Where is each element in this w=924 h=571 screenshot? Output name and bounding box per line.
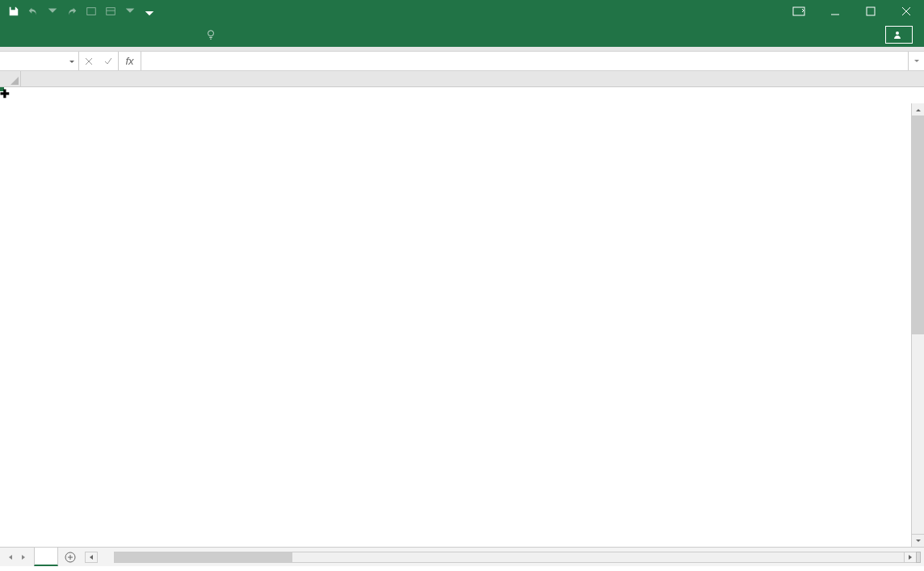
add-sheet-icon[interactable] <box>58 548 82 566</box>
tab-file[interactable] <box>6 23 26 47</box>
scroll-right-icon[interactable] <box>904 552 917 563</box>
quick-access-toolbar <box>0 2 158 20</box>
login-link[interactable] <box>864 23 884 47</box>
hscroll-track[interactable] <box>114 552 905 563</box>
fx-icon[interactable]: fx <box>119 52 141 70</box>
qa-icon-2[interactable] <box>102 2 120 20</box>
maximize-button[interactable] <box>853 0 888 23</box>
sheet-prev-icon[interactable] <box>5 554 16 561</box>
redo-icon[interactable] <box>63 2 81 20</box>
tell-me-search[interactable] <box>205 23 220 47</box>
formula-bar: fx <box>0 52 924 71</box>
svg-point-5 <box>896 31 899 35</box>
cancel-formula-icon[interactable] <box>79 57 99 66</box>
name-box-dropdown-icon[interactable] <box>69 54 75 69</box>
sheet-next-icon[interactable] <box>18 554 29 561</box>
vertical-scrollbar[interactable] <box>911 103 924 547</box>
tab-review[interactable] <box>123 23 142 47</box>
horizontal-scrollbar[interactable] <box>82 548 924 566</box>
sheet-tabs-bar <box>0 547 924 566</box>
tab-pagelayout[interactable] <box>65 23 84 47</box>
spreadsheet-grid[interactable]: ✚ <box>0 71 924 547</box>
tab-developer[interactable] <box>162 23 181 47</box>
qa-icon-1[interactable] <box>82 2 100 20</box>
column-headers <box>0 71 924 87</box>
ribbon-tabs <box>0 23 924 47</box>
vscroll-track[interactable] <box>912 116 924 534</box>
fill-handle[interactable] <box>0 87 4 91</box>
svg-rect-1 <box>107 8 116 15</box>
tab-formulas[interactable] <box>84 23 103 47</box>
scroll-down-icon[interactable] <box>912 534 924 547</box>
svg-point-4 <box>208 31 214 36</box>
sheet-tab-active[interactable] <box>34 548 58 566</box>
tab-home[interactable] <box>26 23 45 47</box>
qat-customize-icon[interactable] <box>141 2 158 20</box>
cell-cursor-icon: ✚ <box>0 87 10 100</box>
share-button[interactable] <box>885 26 913 44</box>
name-box[interactable] <box>0 52 79 70</box>
scroll-up-icon[interactable] <box>912 103 924 116</box>
close-button[interactable] <box>888 0 924 23</box>
ribbon-display-options-icon[interactable] <box>787 2 811 20</box>
tab-insert[interactable] <box>45 23 65 47</box>
save-icon[interactable] <box>5 2 23 20</box>
select-all-corner[interactable] <box>0 71 21 86</box>
qa-dropdown-icon[interactable] <box>121 2 139 20</box>
minimize-button[interactable] <box>817 0 853 23</box>
person-icon <box>892 30 902 40</box>
hscroll-thumb[interactable] <box>115 552 292 562</box>
tab-powerpivot[interactable] <box>181 23 200 47</box>
undo-icon[interactable] <box>24 2 42 20</box>
enter-formula-icon[interactable] <box>99 57 118 66</box>
svg-rect-3 <box>867 7 875 15</box>
active-cell-outline <box>0 87 3 90</box>
name-box-input[interactable] <box>0 56 78 67</box>
vscroll-thumb[interactable] <box>912 116 924 334</box>
lightbulb-icon <box>205 29 216 40</box>
svg-rect-0 <box>87 8 96 15</box>
scroll-left-icon[interactable] <box>85 552 98 563</box>
tab-data[interactable] <box>103 23 123 47</box>
tab-view[interactable] <box>142 23 162 47</box>
title-bar <box>0 0 924 23</box>
sheet-nav <box>0 548 34 566</box>
formula-expand-icon[interactable] <box>908 52 924 70</box>
hscroll-split-handle[interactable] <box>916 552 921 563</box>
undo-dropdown-icon[interactable] <box>44 2 61 20</box>
formula-buttons <box>79 52 119 70</box>
formula-input[interactable] <box>141 52 908 70</box>
